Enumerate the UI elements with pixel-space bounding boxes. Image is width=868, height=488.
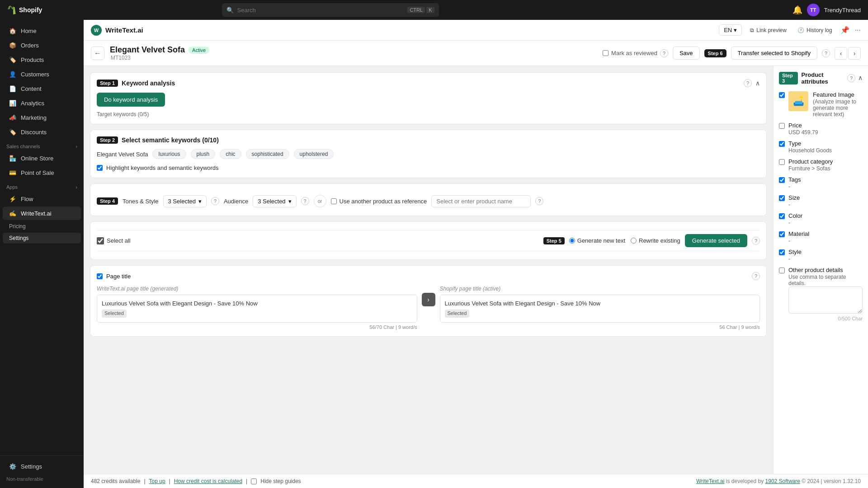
featured-image-thumbnail: 🛋️	[788, 91, 808, 111]
keyword-tag-sophisticated[interactable]: sophisticated	[246, 149, 289, 159]
sales-channels-chevron[interactable]: ›	[75, 144, 77, 149]
sidebar-item-products[interactable]: 🏷️ Products	[3, 53, 81, 66]
tones-dropdown[interactable]: 3 Selected ▾	[163, 195, 207, 207]
keyword-tag-chic[interactable]: chic	[220, 149, 241, 159]
rewrite-radio-input[interactable]	[631, 238, 637, 244]
sidebar-item-customers[interactable]: 👤 Customers	[3, 67, 81, 81]
sidebar-item-flow[interactable]: ⚡ Flow	[3, 192, 81, 206]
sidebar-subitem-pricing[interactable]: Pricing	[3, 221, 81, 232]
attr-other-details-checkbox[interactable]	[779, 267, 785, 273]
active-text-box[interactable]: Luxurious Velvet Sofa with Elegant Desig…	[440, 295, 760, 323]
attr-price-checkbox[interactable]	[779, 123, 785, 129]
attr-product-category-checkbox[interactable]	[779, 159, 785, 165]
highlight-checkbox-row: Highlight keywords and semantic keywords	[97, 164, 760, 171]
history-log-label: History log	[807, 27, 832, 33]
lang-dropdown[interactable]: EN ▾	[719, 24, 742, 36]
generate-new-radio[interactable]: Generate new text	[569, 237, 625, 244]
sidebar-subitem-settings[interactable]: Settings	[3, 233, 81, 244]
sidebar-item-pos[interactable]: 💳 Point of Sale	[3, 166, 81, 179]
select-all-checkbox[interactable]: Select all	[97, 237, 131, 244]
hide-guides-checkbox[interactable]	[251, 479, 257, 484]
reference-checkbox-input[interactable]	[331, 198, 337, 204]
attr-featured-image-checkbox[interactable]	[779, 92, 785, 98]
sidebar-item-online-store[interactable]: 🏪 Online Store	[3, 151, 81, 165]
page-title-checkbox[interactable]	[97, 273, 103, 279]
attr-product-category-label: Product category	[788, 158, 863, 165]
highlight-checkbox[interactable]	[97, 165, 103, 171]
topup-link[interactable]: Top up	[149, 478, 165, 484]
nav-next-button[interactable]: ›	[848, 47, 861, 60]
do-keyword-analysis-button[interactable]: Do keyword analysis	[97, 93, 165, 107]
generate-help-icon[interactable]: ?	[752, 237, 760, 245]
sidebar-item-marketing[interactable]: 📣 Marketing	[3, 111, 81, 124]
sidebar-item-content[interactable]: 📄 Content	[3, 82, 81, 95]
link-preview-btn[interactable]: ⧉ Link preview	[747, 25, 789, 35]
attributes-collapse-btn[interactable]: ∧	[858, 74, 863, 82]
nav-prev-button[interactable]: ‹	[835, 47, 847, 60]
attr-size-checkbox[interactable]	[779, 195, 785, 201]
keyword-help-icon[interactable]: ?	[744, 79, 752, 87]
keyword-tag-luxurious[interactable]: luxurious	[152, 149, 186, 159]
rewrite-radio[interactable]: Rewrite existing	[631, 237, 680, 244]
sidebar-item-orders[interactable]: 📦 Orders	[3, 38, 81, 52]
audience-help-icon[interactable]: ?	[301, 197, 309, 205]
search-input[interactable]	[237, 7, 404, 14]
attr-style-checkbox[interactable]	[779, 249, 785, 255]
tones-chevron-icon: ▾	[198, 198, 202, 205]
transfer-to-shopify-button[interactable]: Transfer selected to Shopify	[731, 47, 817, 60]
writetext-link[interactable]: WriteText.ai	[696, 478, 724, 484]
attr-tags-checkbox[interactable]	[779, 177, 785, 183]
product-info: Elegant Velvet Sofa Active MT1023	[110, 45, 209, 61]
attr-type-checkbox[interactable]	[779, 141, 785, 147]
active-col-label: Shopify page title (active)	[440, 286, 760, 292]
back-button[interactable]: ←	[91, 47, 104, 60]
app-topbar: W WriteText.ai EN ▾ ⧉ Link preview 🕐 His…	[84, 20, 868, 41]
attr-style-info: Style -	[788, 249, 863, 262]
use-reference-checkbox[interactable]: Use another product as reference	[331, 198, 427, 205]
how-credit-link[interactable]: How credit cost is calculated	[174, 478, 242, 484]
apps-chevron[interactable]: ›	[75, 184, 77, 190]
semantic-product-name: Elegant Velvet Sofa	[97, 151, 148, 158]
keyword-collapse-btn[interactable]: ∧	[755, 80, 760, 87]
sidebar-item-home[interactable]: 🏠 Home	[3, 24, 81, 38]
select-all-input[interactable]	[97, 237, 104, 244]
company-link[interactable]: 1902 Software	[765, 478, 800, 484]
transfer-arrow-button[interactable]: ›	[422, 293, 435, 306]
attr-color-checkbox[interactable]	[779, 213, 785, 219]
page-title-help-icon[interactable]: ?	[752, 272, 760, 280]
audience-dropdown[interactable]: 3 Selected ▾	[253, 195, 296, 207]
tones-help-icon[interactable]: ?	[211, 197, 219, 205]
attr-material-info: Material -	[788, 230, 863, 244]
mark-reviewed-help-icon[interactable]: ?	[660, 49, 668, 57]
sidebar-item-writetext[interactable]: ✍️ WriteText.ai	[3, 206, 81, 220]
separator1: |	[144, 478, 145, 484]
settings-icon: ⚙️	[9, 463, 16, 470]
audience-chevron-icon: ▾	[288, 198, 292, 205]
attributes-help-icon[interactable]: ?	[847, 74, 855, 82]
generate-new-radio-input[interactable]	[569, 238, 575, 244]
generate-selected-button[interactable]: Generate selected	[685, 234, 747, 247]
search-bar[interactable]: 🔍 CTRL K	[222, 3, 439, 17]
featured-image-text: Featured Image (Analyze image to generat…	[813, 91, 863, 117]
save-button[interactable]: Save	[673, 47, 700, 60]
mark-reviewed-check-input[interactable]	[603, 50, 609, 56]
sidebar-item-settings[interactable]: ⚙️ Settings	[3, 460, 81, 473]
sidebar-item-analytics[interactable]: 📊 Analytics	[3, 96, 81, 110]
product-reference-input[interactable]	[431, 195, 531, 207]
keyword-tag-plush[interactable]: plush	[191, 149, 216, 159]
mark-reviewed-checkbox[interactable]: Mark as reviewed ?	[603, 49, 668, 57]
attr-type-value: Household Goods	[788, 147, 863, 154]
history-log-btn[interactable]: 🕐 History log	[795, 25, 835, 35]
notification-icon[interactable]: 🔔	[793, 5, 802, 15]
attr-material-checkbox[interactable]	[779, 231, 785, 237]
more-icon[interactable]: ···	[855, 26, 861, 34]
keyword-tag-upholstered[interactable]: upholstered	[294, 149, 334, 159]
generated-text-box[interactable]: Luxurious Velvet Sofa with Elegant Desig…	[97, 295, 417, 323]
shopify-text: Shopify	[19, 6, 42, 14]
ctrl-key: CTRL	[407, 7, 425, 13]
transfer-help-icon[interactable]: ?	[822, 49, 830, 57]
sidebar-item-discounts[interactable]: 🏷️ Discounts	[3, 125, 81, 139]
other-details-textarea[interactable]	[788, 286, 863, 314]
pin-icon[interactable]: 📌	[840, 26, 849, 34]
reference-help-icon[interactable]: ?	[535, 197, 543, 205]
